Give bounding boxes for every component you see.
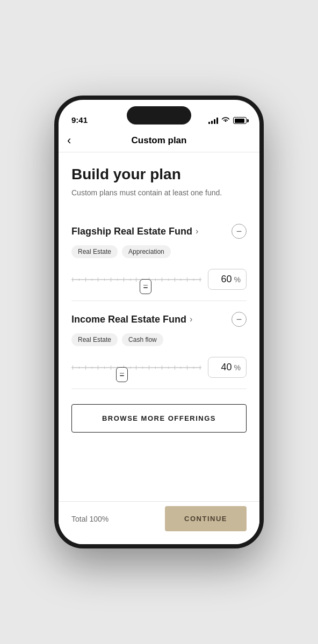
signal-icon <box>208 118 218 124</box>
wifi-icon <box>221 116 230 125</box>
fund-card-flagship: Flagship Real Estate Fund › Real Estate … <box>71 213 247 301</box>
fund-name-income[interactable]: Income Real Estate Fund › <box>71 314 192 325</box>
remove-flagship-button[interactable] <box>232 224 247 239</box>
main-content: Build your plan Custom plans must contai… <box>59 152 259 501</box>
tag-real-estate-1: Real Estate <box>71 245 118 258</box>
flagship-slider[interactable] <box>71 270 201 289</box>
battery-icon <box>233 117 247 124</box>
page-subtitle: Custom plans must contain at least one f… <box>71 188 247 199</box>
nav-title: Custom plan <box>132 135 187 146</box>
income-slider-row: 40 % <box>71 357 247 378</box>
page-title: Build your plan <box>71 165 247 184</box>
flagship-value-box: 60 % <box>208 269 247 290</box>
bottom-bar: Total 100% CONTINUE <box>59 501 259 544</box>
tag-real-estate-2: Real Estate <box>71 333 118 346</box>
remove-income-button[interactable] <box>232 312 247 327</box>
income-percent-sign: % <box>234 363 241 372</box>
flagship-slider-row: 60 % <box>71 269 247 290</box>
income-value-box: 40 % <box>208 357 247 378</box>
continue-button[interactable]: CONTINUE <box>165 506 247 531</box>
income-tags: Real Estate Cash flow <box>71 333 247 346</box>
status-time: 9:41 <box>71 115 88 126</box>
flagship-tags: Real Estate Appreciation <box>71 245 247 258</box>
flagship-slider-thumb[interactable] <box>140 279 151 294</box>
fund-card-income: Income Real Estate Fund › Real Estate Ca… <box>71 301 247 389</box>
total-label: Total 100% <box>71 515 109 523</box>
tag-cash-flow: Cash flow <box>122 333 163 346</box>
income-value: 40 <box>221 362 232 373</box>
status-icons <box>208 116 247 126</box>
fund-header-flagship: Flagship Real Estate Fund › <box>71 224 247 239</box>
back-button[interactable]: ‹ <box>67 134 71 148</box>
income-slider[interactable] <box>71 358 201 377</box>
fund-link-arrow-income: › <box>190 314 192 324</box>
fund-name-flagship[interactable]: Flagship Real Estate Fund › <box>71 226 198 237</box>
flagship-value: 60 <box>221 274 232 285</box>
dynamic-island <box>127 106 191 125</box>
tag-appreciation: Appreciation <box>122 245 171 258</box>
flagship-percent-sign: % <box>234 275 241 284</box>
income-slider-thumb[interactable] <box>116 367 128 382</box>
browse-offerings-button[interactable]: BROWSE MORE OFFERINGS <box>71 404 247 433</box>
fund-header-income: Income Real Estate Fund › <box>71 312 247 327</box>
nav-header: ‹ Custom plan <box>59 129 259 152</box>
fund-link-arrow-flagship: › <box>196 226 198 236</box>
